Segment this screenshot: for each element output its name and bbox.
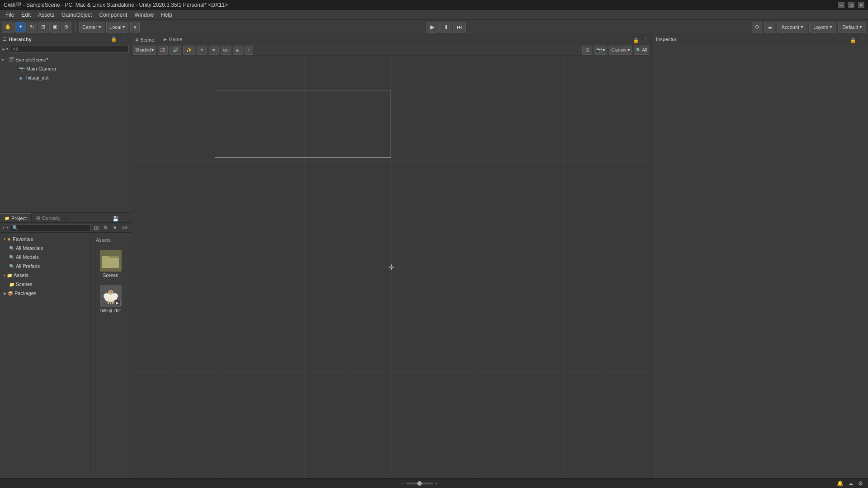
asset-item-hitsujidot[interactable]: ▶ hitsuji_dot bbox=[96, 283, 125, 315]
rect-tool[interactable]: ▣ bbox=[49, 22, 60, 33]
separator-1 bbox=[75, 23, 75, 32]
scene-more-btn[interactable]: ⋮ bbox=[642, 37, 649, 44]
svg-rect-14 bbox=[112, 301, 113, 304]
local-button[interactable]: Local ▾ bbox=[106, 22, 128, 33]
rotate-tool[interactable]: ↻ bbox=[27, 22, 37, 33]
project-save-btn[interactable]: 💾 bbox=[111, 216, 120, 222]
shading-dropdown[interactable]: Shaded ▾ bbox=[133, 46, 156, 55]
custom-tool-button[interactable]: ≡ bbox=[130, 22, 139, 33]
tab-console[interactable]: ▤ Console bbox=[32, 213, 65, 222]
close-button[interactable]: ✕ bbox=[858, 2, 864, 8]
panels-row: ☰ Hierarchy 🔒 ⋮ + ▾ bbox=[0, 34, 868, 478]
cloud-sync-btn[interactable]: ☁ bbox=[847, 480, 855, 487]
console-tab-icon: ▤ bbox=[36, 216, 40, 220]
project-content: ▾ ★ Favorites 🔍 All Materials 🔍 All Mode… bbox=[0, 233, 131, 478]
hierarchy-header: ☰ Hierarchy 🔒 ⋮ bbox=[0, 34, 131, 44]
collab-button[interactable]: ⊙ bbox=[752, 22, 762, 33]
project-tree-allprefabs[interactable]: 🔍 All Prefabs bbox=[0, 262, 90, 271]
select-btn[interactable]: ⊡ bbox=[582, 46, 592, 55]
menu-file[interactable]: File bbox=[2, 11, 18, 19]
menu-assets[interactable]: Assets bbox=[34, 11, 58, 19]
all-dropdown[interactable]: 🔍 All bbox=[634, 46, 649, 55]
project-search-input[interactable] bbox=[10, 224, 90, 231]
scale-dropdown[interactable]: 20 bbox=[158, 46, 167, 55]
hierarchy-add-btn[interactable]: + bbox=[2, 47, 5, 52]
sky-btn[interactable]: ☀ bbox=[197, 46, 207, 55]
zoom-plus[interactable]: + bbox=[435, 481, 438, 486]
menu-edit[interactable]: Edit bbox=[18, 11, 34, 19]
grid-btn[interactable]: ⊞ bbox=[233, 46, 243, 55]
layout-button[interactable]: Default ▾ bbox=[838, 22, 866, 33]
project-view-btn[interactable]: ⊞ bbox=[92, 224, 100, 232]
project-sidebar: ▾ ★ Favorites 🔍 All Materials 🔍 All Mode… bbox=[0, 233, 90, 478]
menu-help[interactable]: Help bbox=[157, 11, 176, 19]
layer-icon: ⊙0 bbox=[223, 48, 229, 52]
project-tree-allmaterials[interactable]: 🔍 All Materials bbox=[0, 244, 90, 253]
hierarchy-item-maincamera[interactable]: ▶ 📷 Main Camera bbox=[0, 64, 131, 73]
fx-btn[interactable]: ✨ bbox=[183, 46, 195, 55]
project-filter-btn[interactable]: ⚙ bbox=[102, 224, 109, 231]
account-button[interactable]: Account ▾ bbox=[777, 22, 807, 33]
zoom-slider[interactable]: − + bbox=[401, 481, 438, 486]
zoom-thumb[interactable] bbox=[417, 481, 422, 486]
scenes-folder-icon: 📁 bbox=[9, 282, 14, 287]
inspector-more-btn[interactable]: ⋮ bbox=[859, 37, 866, 44]
move-view-btn[interactable]: ↕ bbox=[245, 46, 253, 55]
zoom-minus[interactable]: − bbox=[401, 481, 404, 486]
project-more-btn[interactable]: ⋮ bbox=[121, 216, 129, 222]
hand-tool[interactable]: ✋ bbox=[2, 22, 14, 33]
local-chevron: ▾ bbox=[123, 24, 125, 30]
inspector-lock-btn[interactable]: 🔒 bbox=[849, 37, 858, 44]
asset-item-scenes[interactable]: Scenes bbox=[96, 248, 125, 280]
project-tree-favorites[interactable]: ▾ ★ Favorites bbox=[0, 235, 90, 244]
hierarchy-title: Hierarchy bbox=[9, 37, 32, 42]
hierarchy-search-input[interactable] bbox=[10, 46, 129, 53]
scale-tool[interactable]: ⊞ bbox=[38, 22, 48, 33]
project-tree-scenes[interactable]: 📁 Scenes bbox=[0, 280, 90, 289]
hierarchy-lock-btn[interactable]: 🔒 bbox=[109, 36, 118, 42]
project-tree-packages[interactable]: ▶ 📦 Packages bbox=[0, 289, 90, 298]
layers-button[interactable]: Layers ▾ bbox=[809, 22, 836, 33]
gizmos-dropdown[interactable]: Gizmos ▾ bbox=[609, 46, 632, 55]
gizmos-label: Gizmos bbox=[611, 47, 627, 52]
minimize-button[interactable]: ─ bbox=[838, 2, 844, 8]
play-button[interactable]: ▶ bbox=[426, 22, 439, 33]
menu-window[interactable]: Window bbox=[131, 11, 157, 19]
scene-viewport[interactable]: ✛ bbox=[131, 56, 651, 478]
camera-arrow: ▾ bbox=[603, 47, 605, 52]
project-favorite-btn[interactable]: ★ bbox=[111, 224, 118, 231]
notification-btn[interactable]: 🔔 bbox=[835, 480, 845, 487]
project-tree-allmodels[interactable]: 🔍 All Models bbox=[0, 253, 90, 262]
menu-component[interactable]: Component bbox=[95, 11, 131, 19]
tab-project[interactable]: 📁 Project bbox=[0, 213, 32, 222]
tab-game[interactable]: ▶ Game bbox=[159, 35, 187, 44]
hierarchy-item-hitsujidot[interactable]: ▶ ◈ hitsuji_dot bbox=[0, 73, 131, 82]
hitsujidot-icon: ◈ bbox=[19, 75, 25, 80]
inspector-content bbox=[651, 44, 868, 478]
layer-count[interactable]: ⊙0 bbox=[221, 46, 231, 55]
pause-button[interactable]: ⏸ bbox=[439, 22, 452, 33]
settings-btn[interactable]: ⚙ bbox=[857, 480, 864, 487]
fog-btn[interactable]: ≋ bbox=[209, 46, 219, 55]
tab-inspector[interactable]: Inspector bbox=[651, 35, 681, 44]
project-tree-assets[interactable]: ▾ 📁 Assets bbox=[0, 271, 90, 280]
packages-icon: 📦 bbox=[8, 291, 13, 296]
hierarchy-item-samplescene[interactable]: ▾ 🎬 SampleScene* ⋮ bbox=[0, 55, 131, 64]
scene-lock-btn[interactable]: 🔒 bbox=[632, 37, 641, 44]
zoom-track[interactable] bbox=[406, 483, 433, 484]
step-button[interactable]: ⏭ bbox=[453, 22, 466, 33]
center-button[interactable]: Center ▾ bbox=[79, 22, 104, 33]
transform-tool[interactable]: ⊕ bbox=[61, 22, 71, 33]
restore-button[interactable]: □ bbox=[848, 2, 854, 8]
camera-dropdown[interactable]: 📷 ▾ bbox=[594, 46, 607, 55]
app-container: C#練習 - SampleScene - PC, Mac & Linux Sta… bbox=[0, 0, 868, 488]
move-tool[interactable]: ✦ bbox=[15, 22, 26, 33]
project-add-btn[interactable]: + bbox=[2, 225, 5, 230]
hierarchy-more-btn[interactable]: ⋮ bbox=[120, 36, 128, 42]
audio-btn[interactable]: 🔊 bbox=[170, 46, 181, 55]
cloud-button[interactable]: ☁ bbox=[764, 22, 775, 33]
menu-gameobject[interactable]: GameObject bbox=[58, 11, 95, 19]
tab-scene[interactable]: # Scene bbox=[131, 35, 159, 44]
project-size-btn[interactable]: ⊙8 bbox=[120, 225, 129, 230]
hierarchy-controls: 🔒 ⋮ bbox=[109, 36, 128, 42]
